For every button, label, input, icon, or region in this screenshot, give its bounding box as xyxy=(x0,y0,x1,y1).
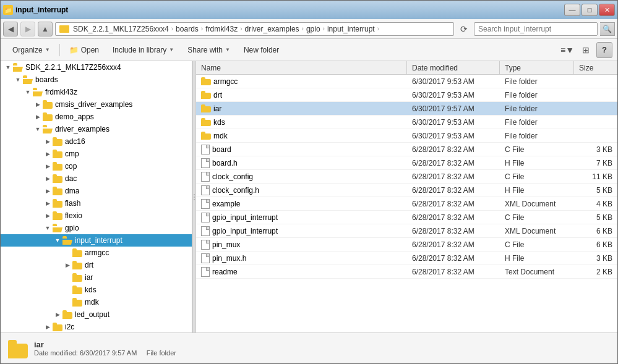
maximize-button[interactable]: □ xyxy=(582,4,598,16)
tree-label-sdk: SDK_2.2.1_MKL17Z256xxx4 xyxy=(25,63,121,72)
file-row-board[interactable]: board 6/28/2017 8:32 AM C File 3 KB xyxy=(196,143,617,156)
tree-item-kds2[interactable]: ▶ kds xyxy=(1,284,192,296)
tree-label-iar2: iar xyxy=(85,273,93,282)
tree-item-flexio[interactable]: ▶ flexio xyxy=(1,210,192,222)
tree-label-input-interrupt: input_interrupt xyxy=(75,236,122,245)
file-row-gpio-c[interactable]: gpio_input_interrupt 6/28/2017 8:32 AM C… xyxy=(196,211,617,224)
tree-item-dma[interactable]: ▶ dma xyxy=(1,185,192,197)
expand-arrow-driver-examples[interactable]: ▼ xyxy=(33,123,43,135)
tree-item-drt2[interactable]: ▶ drt xyxy=(1,259,192,271)
address-bar: ◀ ▶ ▲ SDK_2.2.1_MKL17Z256xxx4 › boards ›… xyxy=(1,19,617,39)
file-row-readme[interactable]: readme 6/28/2017 8:32 AM Text Document 2… xyxy=(196,265,617,279)
folder-icon-led-output xyxy=(62,310,72,319)
tree-item-i2c[interactable]: ▶ i2c xyxy=(1,321,192,332)
path-segment-5[interactable]: gpio xyxy=(306,25,320,33)
pane-button[interactable]: ⊞ xyxy=(578,42,594,58)
tree-item-boards[interactable]: ▼ boards xyxy=(1,74,192,86)
col-header-date[interactable]: Date modified xyxy=(407,61,500,74)
file-row-mdk[interactable]: mdk 6/30/2017 9:53 AM File folder xyxy=(196,129,617,143)
expand-arrow-boards[interactable]: ▼ xyxy=(13,74,23,86)
expand-arrow-dma[interactable]: ▶ xyxy=(43,185,53,197)
share-with-button[interactable]: Share with ▼ xyxy=(181,41,237,59)
tree-item-cop[interactable]: ▶ cop xyxy=(1,160,192,172)
address-path[interactable]: SDK_2.2.1_MKL17Z256xxx4 › boards › frdmk… xyxy=(55,22,454,36)
expand-arrow-gpio[interactable]: ▼ xyxy=(43,222,53,234)
open-button[interactable]: 📁 Open xyxy=(62,41,106,59)
expand-arrow-frdmkl43z[interactable]: ▼ xyxy=(23,86,33,98)
file-date-pin-muxh: 6/28/2017 8:32 AM xyxy=(407,254,500,263)
tree-item-iar2[interactable]: ▶ iar xyxy=(1,271,192,284)
path-segment-6[interactable]: input_interrupt xyxy=(327,25,375,33)
tree-item-input-interrupt[interactable]: ▼ input_interrupt xyxy=(1,234,192,247)
tree-item-flash[interactable]: ▶ flash xyxy=(1,197,192,210)
file-row-clock-config[interactable]: clock_config 6/28/2017 8:32 AM C File 11… xyxy=(196,170,617,184)
tree-item-armgcc2[interactable]: ▶ armgcc xyxy=(1,247,192,259)
tree-item-dac[interactable]: ▶ dac xyxy=(1,172,192,185)
status-bar: iar Date modified: 6/30/2017 9:57 AM Fil… xyxy=(1,332,617,363)
path-sep-5: › xyxy=(323,25,325,32)
expand-arrow-cop[interactable]: ▶ xyxy=(43,160,53,172)
tree-item-frdmkl43z[interactable]: ▼ frdmkl43z xyxy=(1,86,192,98)
tree-label-dma: dma xyxy=(65,187,79,195)
col-header-name[interactable]: Name xyxy=(196,61,407,74)
expand-arrow-flash[interactable]: ▶ xyxy=(43,197,53,210)
help-button[interactable]: ? xyxy=(596,42,612,58)
expand-arrow-cmp[interactable]: ▶ xyxy=(43,148,53,160)
expand-arrow-input-interrupt[interactable]: ▼ xyxy=(53,234,62,247)
expand-arrow-dac[interactable]: ▶ xyxy=(43,172,53,185)
search-button[interactable]: 🔍 xyxy=(600,22,615,36)
file-name-drt: drt xyxy=(196,91,407,99)
tree-item-demo-apps[interactable]: ▶ demo_apps xyxy=(1,111,192,123)
file-name-pin-mux: pin_mux xyxy=(196,240,407,250)
file-row-pin-mux[interactable]: pin_mux 6/28/2017 8:32 AM C File 6 KB xyxy=(196,238,617,252)
organize-button[interactable]: Organize ▼ xyxy=(6,41,57,59)
expand-arrow-cmsis[interactable]: ▶ xyxy=(33,98,43,111)
col-header-size[interactable]: Size xyxy=(574,61,617,74)
tree-item-driver-examples[interactable]: ▼ driver_examples xyxy=(1,123,192,135)
toolbar-right: ≡▼ ⊞ ? xyxy=(559,42,612,58)
col-header-type[interactable]: Type xyxy=(500,61,574,74)
tree-item-mdk2[interactable]: ▶ mdk xyxy=(1,296,192,308)
tree-item-led-output[interactable]: ▶ led_output xyxy=(1,308,192,321)
file-date-pin-mux: 6/28/2017 8:32 AM xyxy=(407,240,500,249)
include-library-button[interactable]: Include in library ▼ xyxy=(106,41,181,59)
path-segment-2[interactable]: boards xyxy=(176,25,199,33)
file-date-iar: 6/30/2017 9:57 AM xyxy=(407,104,500,113)
view-button[interactable]: ≡▼ xyxy=(559,42,575,58)
tree-item-sdk[interactable]: ▼ SDK_2.2.1_MKL17Z256xxx4 xyxy=(1,61,192,74)
tree-item-adc16[interactable]: ▶ adc16 xyxy=(1,135,192,148)
file-row-boardh[interactable]: board.h 6/28/2017 8:32 AM H File 7 KB xyxy=(196,156,617,170)
path-segment-4[interactable]: driver_examples xyxy=(245,25,299,33)
file-row-armgcc[interactable]: armgcc 6/30/2017 9:53 AM File folder xyxy=(196,75,617,88)
close-button[interactable]: ✕ xyxy=(599,4,615,16)
expand-arrow-i2c[interactable]: ▶ xyxy=(43,321,53,332)
expand-arrow-demo-apps[interactable]: ▶ xyxy=(33,111,43,123)
file-name-boardh: board.h xyxy=(196,158,407,168)
file-doc-icon-boardh xyxy=(201,158,210,168)
file-row-kds[interactable]: kds 6/30/2017 9:53 AM File folder xyxy=(196,116,617,129)
minimize-button[interactable]: — xyxy=(564,4,580,16)
tree-item-cmp[interactable]: ▶ cmp xyxy=(1,148,192,160)
path-segment-1[interactable]: SDK_2.2.1_MKL17Z256xxx4 xyxy=(73,25,169,33)
tree-item-gpio[interactable]: ▼ gpio xyxy=(1,222,192,234)
expand-arrow-led-output[interactable]: ▶ xyxy=(53,308,62,321)
file-row-drt[interactable]: drt 6/30/2017 9:53 AM File folder xyxy=(196,88,617,102)
refresh-button[interactable]: ⟳ xyxy=(457,22,471,36)
file-row-pin-muxh[interactable]: pin_mux.h 6/28/2017 8:32 AM H File 3 KB xyxy=(196,252,617,265)
back-button[interactable]: ◀ xyxy=(3,22,18,36)
path-segment-3[interactable]: frdmkl43z xyxy=(205,25,238,33)
expand-arrow-adc16[interactable]: ▶ xyxy=(43,135,53,148)
search-input[interactable] xyxy=(474,22,598,36)
expand-arrow-drt2[interactable]: ▶ xyxy=(62,259,72,271)
up-button[interactable]: ▲ xyxy=(38,22,53,36)
file-row-example[interactable]: example 6/28/2017 8:32 AM XML Document 4… xyxy=(196,197,617,211)
new-folder-button[interactable]: New folder xyxy=(237,41,286,59)
file-row-clock-configh[interactable]: clock_config.h 6/28/2017 8:32 AM H File … xyxy=(196,184,617,197)
file-row-iar[interactable]: iar 6/30/2017 9:57 AM File folder xyxy=(196,102,617,116)
expand-arrow-sdk[interactable]: ▼ xyxy=(3,61,13,74)
forward-button[interactable]: ▶ xyxy=(20,22,35,36)
expand-arrow-flexio[interactable]: ▶ xyxy=(43,210,53,222)
file-doc-icon-clock-config xyxy=(201,172,210,182)
tree-item-cmsis[interactable]: ▶ cmsis_driver_examples xyxy=(1,98,192,111)
file-row-gpio-xml[interactable]: gpio_input_interrupt 6/28/2017 8:32 AM X… xyxy=(196,224,617,238)
